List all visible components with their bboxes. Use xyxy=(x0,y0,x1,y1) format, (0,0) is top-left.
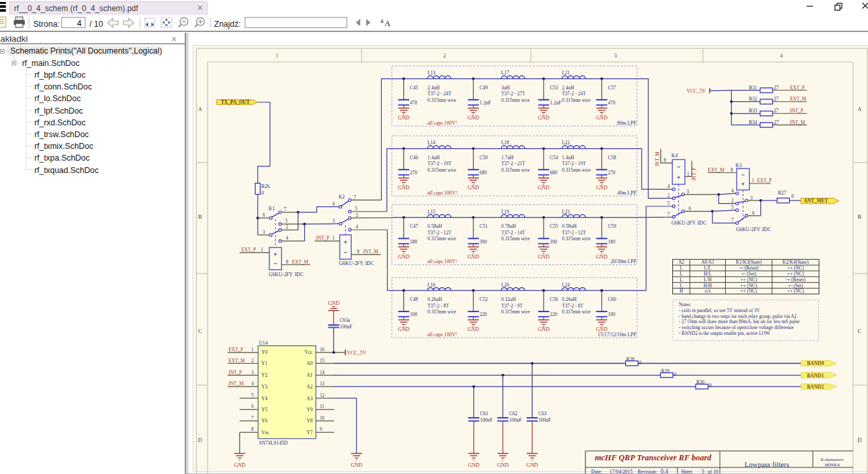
svg-text:H: H xyxy=(679,288,683,294)
svg-text:T37-2 - 9T: T37-2 - 9T xyxy=(501,303,523,309)
svg-text:H/H: H/H xyxy=(704,283,712,289)
svg-text:GND: GND xyxy=(234,462,245,468)
svg-text:BAND0: BAND0 xyxy=(807,360,824,366)
svg-text:Y3: Y3 xyxy=(262,384,268,390)
svg-text:1.4uH: 1.4uH xyxy=(427,155,440,161)
svg-text:A0/A1: A0/A1 xyxy=(701,259,714,265)
svg-text:2: 2 xyxy=(356,213,358,218)
svg-text:R33: R33 xyxy=(749,108,758,114)
svg-text:T37-2 - 14T: T37-2 - 14T xyxy=(501,230,525,236)
svg-text:G6KU-2FY 3DC: G6KU-2FY 3DC xyxy=(672,220,707,226)
svg-text:GND: GND xyxy=(398,326,410,332)
svg-text:GND: GND xyxy=(538,254,550,260)
svg-text:1.2nF: 1.2nF xyxy=(480,100,491,106)
svg-text:GND: GND xyxy=(467,326,479,332)
svg-text:1.2nF: 1.2nF xyxy=(550,100,561,106)
svg-text:EXT_P: EXT_P xyxy=(228,347,243,353)
svg-text:4: 4 xyxy=(667,184,670,189)
svg-text:GND: GND xyxy=(527,462,538,468)
svg-text:R26: R26 xyxy=(262,183,270,189)
svg-text:all caps 100V!: all caps 100V! xyxy=(427,120,457,126)
svg-text:C49: C49 xyxy=(480,85,488,91)
svg-text:0.315mm wire: 0.315mm wire xyxy=(427,167,456,173)
svg-text:27: 27 xyxy=(774,108,779,114)
svg-text:15/17/12/10m LPF: 15/17/12/10m LPF xyxy=(598,332,637,338)
svg-text:A1: A1 xyxy=(307,372,313,378)
svg-text:G6KU-2FY 3DC: G6KU-2FY 3DC xyxy=(736,227,771,232)
svg-text:B: B xyxy=(858,213,861,220)
svg-text:Y5: Y5 xyxy=(262,407,268,413)
svg-text:2.4uH: 2.4uH xyxy=(562,85,574,91)
svg-text:D: D xyxy=(198,437,202,443)
svg-text:Y6: Y6 xyxy=(262,418,268,424)
svg-text:7: 7 xyxy=(251,416,254,421)
svg-text:R34: R34 xyxy=(749,119,758,125)
svg-text:A: A xyxy=(858,106,862,112)
svg-text:0.315mm wire: 0.315mm wire xyxy=(501,167,530,173)
svg-text:INT_P: INT_P xyxy=(691,168,697,181)
svg-text:INT_P: INT_P xyxy=(228,370,241,375)
svg-text:all caps 100V!: all caps 100V! xyxy=(427,190,457,196)
svg-text:100nF: 100nF xyxy=(339,324,352,330)
svg-text:L23: L23 xyxy=(562,209,570,215)
svg-text:4: 4 xyxy=(286,236,288,241)
svg-text:T37-2 - 12T: T37-2 - 12T xyxy=(562,230,586,236)
svg-text:0.315mm wire: 0.315mm wire xyxy=(562,236,591,242)
svg-text:100: 100 xyxy=(410,311,418,317)
svg-text:C51: C51 xyxy=(480,223,488,229)
svg-text:C61: C61 xyxy=(480,411,489,417)
svg-text:T37-2 - 12T: T37-2 - 12T xyxy=(427,230,452,236)
svg-text:INT_M: INT_M xyxy=(655,151,660,166)
svg-text:SN74LS145D: SN74LS145D xyxy=(259,440,288,446)
svg-text:a: a xyxy=(380,17,384,24)
svg-text:A2: A2 xyxy=(678,259,684,265)
svg-text:L/H: L/H xyxy=(704,277,712,283)
svg-text:3: 3 xyxy=(614,53,617,59)
svg-text:- band change in two steps for: - band change in two steps for each rela… xyxy=(679,313,797,319)
svg-text:C53: C53 xyxy=(550,85,559,91)
svg-text:T37-2 - 8T: T37-2 - 8T xyxy=(562,303,583,309)
svg-text:6: 6 xyxy=(262,213,265,218)
svg-text:16: 16 xyxy=(320,347,325,353)
svg-text:100: 100 xyxy=(608,311,616,317)
svg-text:T37-2 - 21T: T37-2 - 21T xyxy=(501,161,525,166)
svg-text:all caps 100V!: all caps 100V! xyxy=(427,332,457,338)
svg-text:4: 4 xyxy=(356,225,358,230)
svg-text:1.4uH: 1.4uH xyxy=(562,155,574,161)
svg-text:0: 0 xyxy=(674,371,676,377)
svg-text:all caps 100V!: all caps 100V! xyxy=(427,259,457,264)
svg-text:INT_M: INT_M xyxy=(790,119,805,125)
svg-text:3: 3 xyxy=(751,196,753,201)
svg-text:U14: U14 xyxy=(259,340,268,346)
svg-text:Y8: Y8 xyxy=(307,418,313,424)
svg-text:T37-2 - 19T: T37-2 - 19T xyxy=(427,161,452,166)
svg-text:100nF: 100nF xyxy=(509,417,521,423)
svg-text:220: 220 xyxy=(550,311,558,317)
svg-text:EXT_P: EXT_P xyxy=(241,247,256,253)
svg-text:C62: C62 xyxy=(509,411,518,417)
svg-text:1.7uH: 1.7uH xyxy=(501,155,514,161)
svg-text:0: 0 xyxy=(262,190,264,196)
svg-text:4: 4 xyxy=(251,381,254,387)
svg-text:7: 7 xyxy=(731,218,734,223)
svg-text:6: 6 xyxy=(689,206,691,212)
svg-text:K3: K3 xyxy=(736,163,742,168)
svg-text:8: 8 xyxy=(664,158,666,163)
svg-text:T37-2 - 27T: T37-2 - 27T xyxy=(501,91,525,97)
svg-text:0.315mm wire: 0.315mm wire xyxy=(427,236,456,242)
svg-text:1: 1 xyxy=(332,236,335,241)
svg-text:0.32uH: 0.32uH xyxy=(501,296,516,302)
svg-text:C: C xyxy=(858,328,861,334)
svg-text:GND: GND xyxy=(538,185,550,191)
svg-text:C45: C45 xyxy=(410,85,418,91)
svg-text:K4: K4 xyxy=(672,153,678,159)
svg-text:7: 7 xyxy=(354,195,356,200)
svg-text:GND: GND xyxy=(538,326,550,332)
svg-text:K2/K4(State): K2/K4(State) xyxy=(783,259,809,265)
svg-text:7: 7 xyxy=(284,207,287,212)
svg-text:13: 13 xyxy=(320,381,325,387)
svg-text:K2: K2 xyxy=(339,194,345,200)
svg-text:Y2: Y2 xyxy=(262,372,268,378)
svg-text:GND: GND xyxy=(398,254,410,260)
svg-text:R29: R29 xyxy=(661,368,670,374)
